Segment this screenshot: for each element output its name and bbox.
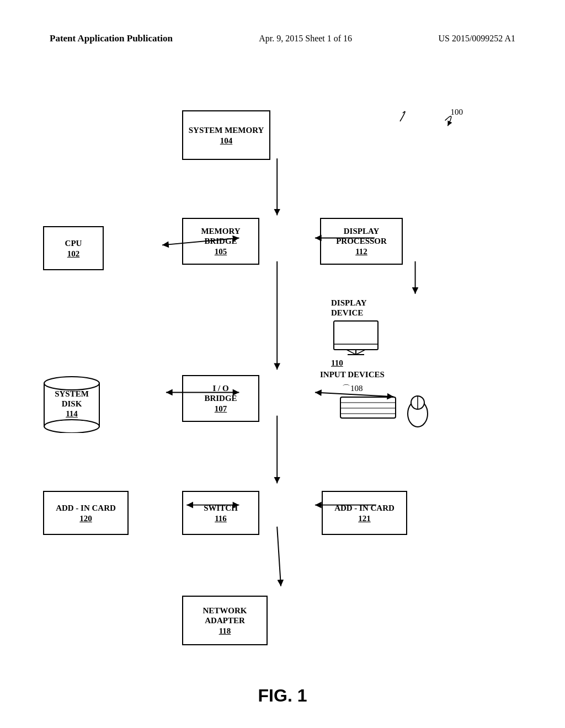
keyboard-icon — [339, 394, 400, 425]
display-device-label2: DEVICE — [331, 308, 386, 318]
display-device-label: DISPLAY — [331, 298, 386, 308]
input-devices-label: INPUT DEVICES — [320, 370, 385, 379]
display-device-num: 110 — [331, 358, 386, 368]
display-processor-box: DISPLAYPROCESSOR 112 — [320, 218, 403, 265]
add-in-card-121-num: 121 — [358, 514, 371, 523]
svg-rect-0 — [334, 321, 378, 350]
display-processor-num: 112 — [355, 247, 367, 256]
add-in-card-120-box: ADD - IN CARD 120 — [43, 491, 129, 535]
fig-label: FIG. 1 — [0, 686, 565, 706]
ref-108-wrap: ⌒108 — [342, 383, 363, 394]
system-memory-box: SYSTEM MEMORY 104 — [182, 110, 270, 160]
network-adapter-label: NETWORKADAPTER — [202, 606, 247, 625]
svg-point-12 — [44, 377, 99, 390]
cpu-label: CPU — [65, 238, 82, 248]
cpu-box: CPU 102 — [43, 226, 104, 270]
switch-label: SWITCH — [204, 503, 238, 513]
mouse-icon — [403, 390, 433, 429]
ref-108-label: ⌒108 — [342, 384, 363, 393]
system-disk-num: 114 — [66, 409, 78, 418]
display-device-label-wrap: DISPLAY DEVICE 110 — [331, 298, 386, 368]
network-adapter-num: 118 — [219, 627, 231, 636]
patent-number-label: US 2015/0099252 A1 — [438, 34, 515, 44]
add-in-card-120-label: ADD - IN CARD — [56, 503, 116, 513]
switch-box: SWITCH 116 — [182, 491, 259, 535]
add-in-card-121-box: ADD - IN CARD 121 — [322, 491, 407, 535]
system-memory-num: 104 — [220, 136, 233, 146]
date-sheet-label: Apr. 9, 2015 Sheet 1 of 16 — [259, 34, 352, 44]
display-processor-label: DISPLAYPROCESSOR — [336, 226, 387, 246]
network-adapter-box: NETWORKADAPTER 118 — [182, 596, 268, 645]
svg-rect-4 — [340, 397, 396, 418]
publication-label: Patent Application Publication — [50, 33, 173, 44]
system-disk-cylinder: SYSTEMDISK 114 — [36, 372, 108, 433]
memory-bridge-num: 105 — [215, 247, 227, 256]
diagram: 100 SYSTEM MEMORY 104 CPU 102 MEMORYBRID… — [0, 77, 565, 673]
system-disk-label: SYSTEMDISK — [55, 389, 89, 408]
io-bridge-label: I / OBRIDGE — [204, 383, 237, 403]
ref-100-arrow — [370, 105, 414, 138]
input-devices-label-wrap: INPUT DEVICES — [320, 370, 385, 379]
add-in-card-121-label: ADD - IN CARD — [334, 503, 395, 513]
display-device-icon — [331, 320, 386, 358]
add-in-card-120-num: 120 — [79, 514, 92, 523]
svg-line-24 — [277, 527, 281, 586]
memory-bridge-label: MEMORYBRIDGE — [201, 226, 240, 246]
system-memory-label: SYSTEM MEMORY — [189, 125, 264, 135]
switch-num: 116 — [215, 514, 227, 523]
page-header: Patent Application Publication Apr. 9, 2… — [0, 33, 565, 44]
cpu-num: 102 — [67, 249, 80, 259]
ref-100-label: 100 — [451, 108, 463, 117]
svg-point-13 — [44, 420, 99, 433]
memory-bridge-box: MEMORYBRIDGE 105 — [182, 218, 259, 265]
io-bridge-num: 107 — [215, 404, 227, 414]
io-bridge-box: I / OBRIDGE 107 — [182, 375, 259, 422]
